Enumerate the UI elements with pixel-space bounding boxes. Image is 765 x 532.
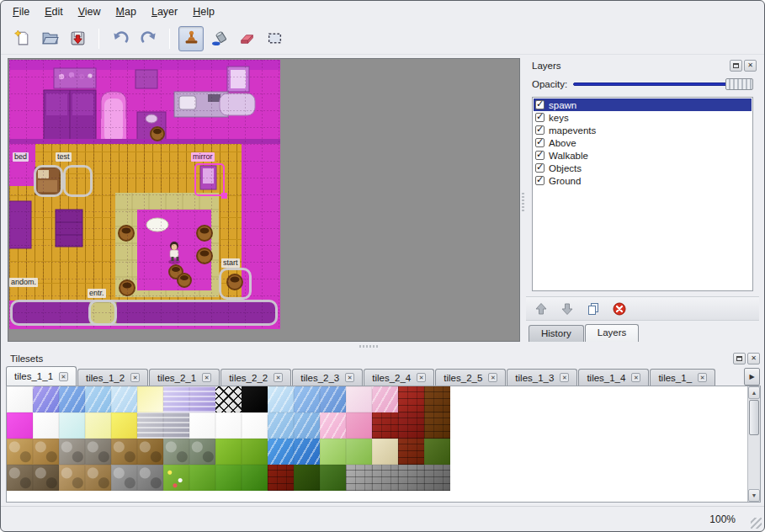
tile[interactable]	[398, 386, 424, 412]
menu-file[interactable]: File	[6, 3, 36, 20]
map-object-mirror[interactable]	[194, 163, 225, 196]
tile[interactable]	[111, 465, 137, 491]
tile[interactable]	[33, 386, 59, 412]
layer-visibility-checkbox[interactable]	[535, 151, 545, 160]
tile[interactable]	[137, 465, 163, 491]
tile[interactable]	[137, 439, 163, 465]
tile[interactable]	[59, 465, 85, 491]
map-viewport[interactable]: bedtestmirrorstartentr.andom.	[8, 58, 520, 342]
menu-layer[interactable]: Layer	[145, 3, 184, 20]
layer-row-mapevents[interactable]: mapevents	[534, 124, 752, 136]
tileset-tab-tiles_2_1[interactable]: tiles_2_1✕	[149, 369, 220, 386]
tile[interactable]	[372, 439, 398, 465]
tab-scroll-right-button[interactable]: ▶	[744, 368, 760, 386]
tile[interactable]	[215, 412, 242, 439]
tab-close-icon[interactable]: ✕	[274, 373, 283, 382]
scrollbar-thumb[interactable]	[749, 400, 759, 435]
map-object-test[interactable]	[63, 165, 93, 197]
tab-close-icon[interactable]: ✕	[698, 373, 707, 382]
tile[interactable]	[424, 465, 450, 491]
tile[interactable]	[320, 439, 346, 465]
tile[interactable]	[215, 386, 242, 412]
layer-row-objects[interactable]: Objects	[534, 162, 752, 174]
lower-layer-button[interactable]	[556, 299, 578, 319]
tile[interactable]	[85, 386, 111, 412]
tile[interactable]	[189, 465, 215, 491]
layer-row-ground[interactable]: Ground	[534, 174, 752, 187]
tab-close-icon[interactable]: ✕	[417, 373, 426, 382]
layer-row-spawn[interactable]: spawn	[534, 98, 752, 111]
tile[interactable]	[268, 439, 294, 465]
tileset-content[interactable]: ▲ ▼	[6, 386, 761, 503]
layer-visibility-checkbox[interactable]	[535, 163, 545, 173]
tile[interactable]	[163, 386, 189, 412]
raise-layer-button[interactable]	[530, 299, 552, 319]
tile[interactable]	[346, 465, 372, 491]
tab-close-icon[interactable]: ✕	[345, 373, 354, 382]
layer-row-keys[interactable]: keys	[534, 111, 752, 124]
map-object-start[interactable]	[219, 268, 252, 300]
tab-close-icon[interactable]: ✕	[130, 373, 140, 382]
tilesets-float-button[interactable]	[733, 353, 746, 364]
layers-close-button[interactable]: ✕	[744, 60, 757, 72]
tileset-tab-tiles_1_4[interactable]: tiles_1_4✕	[578, 369, 649, 386]
tab-close-icon[interactable]: ✕	[631, 373, 640, 382]
tab-close-icon[interactable]: ✕	[560, 373, 569, 382]
tile[interactable]	[268, 386, 294, 412]
layer-visibility-checkbox[interactable]	[535, 138, 545, 147]
tab-close-icon[interactable]: ✕	[59, 372, 68, 381]
layer-row-walkable[interactable]: Walkable	[534, 149, 752, 162]
bucket-fill-button[interactable]	[206, 26, 231, 51]
tile[interactable]	[33, 439, 59, 465]
menu-edit[interactable]: Edit	[38, 3, 70, 20]
eraser-button[interactable]	[234, 26, 259, 51]
tile[interactable]	[111, 412, 137, 439]
tilesets-close-button[interactable]: ✕	[747, 353, 760, 364]
tile[interactable]	[268, 412, 294, 439]
scrollbar-track[interactable]	[748, 436, 760, 489]
tile[interactable]	[424, 386, 450, 412]
layer-visibility-checkbox[interactable]	[535, 125, 545, 135]
new-file-button[interactable]	[9, 26, 35, 51]
layer-visibility-checkbox[interactable]	[535, 100, 545, 109]
tile[interactable]	[111, 439, 137, 465]
rect-select-button[interactable]	[262, 26, 287, 51]
delete-layer-button[interactable]	[608, 299, 630, 319]
tile[interactable]	[294, 439, 320, 465]
tile[interactable]	[346, 439, 372, 465]
tile[interactable]	[85, 412, 111, 439]
tile[interactable]	[320, 386, 346, 412]
tile[interactable]	[85, 439, 111, 465]
tile[interactable]	[163, 412, 189, 439]
opacity-slider[interactable]	[573, 77, 753, 91]
stamp-brush-button[interactable]	[178, 26, 204, 51]
tile[interactable]	[372, 465, 398, 491]
tileset-scrollbar[interactable]: ▲ ▼	[747, 386, 760, 502]
layer-visibility-checkbox[interactable]	[535, 176, 545, 185]
tile[interactable]	[398, 412, 424, 439]
tile[interactable]	[294, 412, 320, 439]
vertical-splitter[interactable]	[521, 58, 525, 342]
tileset-tab-tiles_1_1[interactable]: tiles_1_1✕	[6, 366, 77, 386]
tile[interactable]	[242, 412, 268, 439]
tile[interactable]	[163, 465, 189, 491]
tile[interactable]	[59, 386, 85, 412]
tile[interactable]	[346, 412, 372, 439]
tile[interactable]	[242, 465, 268, 491]
horizontal-splitter[interactable]	[1, 343, 764, 351]
tile[interactable]	[33, 465, 59, 491]
resize-grip[interactable]	[751, 518, 762, 529]
tile[interactable]	[7, 465, 33, 491]
tile[interactable]	[242, 439, 268, 465]
tab-close-icon[interactable]: ✕	[488, 373, 497, 382]
map-canvas[interactable]: bedtestmirrorstartentr.andom.	[9, 60, 280, 329]
tileset-tab-tiles_2_5[interactable]: tiles_2_5✕	[435, 369, 506, 386]
tab-close-icon[interactable]: ✕	[202, 373, 211, 382]
opacity-slider-handle[interactable]	[725, 78, 753, 90]
tile[interactable]	[189, 412, 215, 439]
tile[interactable]	[163, 439, 189, 465]
scroll-up-button[interactable]: ▲	[748, 386, 760, 399]
tile[interactable]	[111, 386, 137, 412]
menu-view[interactable]: View	[72, 3, 108, 20]
map-object-andom[interactable]	[10, 300, 278, 326]
